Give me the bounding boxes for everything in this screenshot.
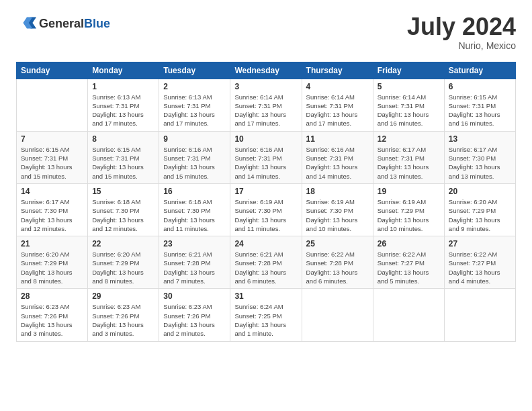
month-title: July 2024 — [407, 13, 516, 40]
day-number: 15 — [92, 187, 154, 196]
logo-blue-text: Blue — [84, 17, 110, 30]
calendar-cell: 12Sunrise: 6:17 AM Sunset: 7:31 PM Dayli… — [373, 131, 444, 183]
calendar-cell — [17, 79, 88, 131]
calendar-cell: 31Sunrise: 6:24 AM Sunset: 7:25 PM Dayli… — [230, 289, 302, 341]
day-detail: Sunrise: 6:19 AM Sunset: 7:30 PM Dayligh… — [306, 197, 369, 233]
day-detail: Sunrise: 6:22 AM Sunset: 7:27 PM Dayligh… — [449, 250, 511, 285]
day-detail: Sunrise: 6:14 AM Sunset: 7:31 PM Dayligh… — [378, 93, 440, 128]
logo-general-text: General — [39, 17, 84, 30]
calendar-cell: 16Sunrise: 6:18 AM Sunset: 7:30 PM Dayli… — [159, 183, 230, 236]
day-number: 16 — [163, 187, 226, 196]
calendar-cell: 22Sunrise: 6:20 AM Sunset: 7:29 PM Dayli… — [88, 236, 159, 289]
day-number: 3 — [234, 82, 297, 91]
title-block: July 2024 Nurio, Mexico — [407, 13, 516, 51]
day-detail: Sunrise: 6:14 AM Sunset: 7:31 PM Dayligh… — [306, 93, 369, 128]
weekday-header: Thursday — [302, 62, 373, 79]
calendar-week-row: 1Sunrise: 6:13 AM Sunset: 7:31 PM Daylig… — [17, 79, 516, 131]
day-number: 20 — [449, 187, 511, 196]
calendar-cell: 8Sunrise: 6:15 AM Sunset: 7:31 PM Daylig… — [88, 131, 159, 183]
day-detail: Sunrise: 6:16 AM Sunset: 7:31 PM Dayligh… — [234, 145, 297, 181]
calendar-cell: 23Sunrise: 6:21 AM Sunset: 7:28 PM Dayli… — [159, 236, 230, 289]
logo-icon — [17, 13, 36, 32]
calendar-cell: 17Sunrise: 6:19 AM Sunset: 7:30 PM Dayli… — [230, 183, 302, 236]
day-detail: Sunrise: 6:21 AM Sunset: 7:28 PM Dayligh… — [234, 250, 297, 285]
day-number: 4 — [306, 82, 369, 91]
calendar-cell: 10Sunrise: 6:16 AM Sunset: 7:31 PM Dayli… — [230, 131, 302, 183]
day-number: 24 — [234, 239, 297, 248]
calendar-cell: 4Sunrise: 6:14 AM Sunset: 7:31 PM Daylig… — [302, 79, 373, 131]
location: Nurio, Mexico — [407, 40, 516, 51]
day-number: 29 — [92, 291, 154, 301]
day-detail: Sunrise: 6:13 AM Sunset: 7:31 PM Dayligh… — [163, 93, 226, 128]
day-number: 12 — [378, 134, 440, 144]
day-detail: Sunrise: 6:17 AM Sunset: 7:30 PM Dayligh… — [449, 145, 511, 181]
calendar-week-row: 21Sunrise: 6:20 AM Sunset: 7:29 PM Dayli… — [17, 236, 516, 289]
calendar-week-row: 7Sunrise: 6:15 AM Sunset: 7:31 PM Daylig… — [17, 131, 516, 183]
calendar-cell: 13Sunrise: 6:17 AM Sunset: 7:30 PM Dayli… — [444, 131, 515, 183]
day-number: 9 — [163, 134, 226, 144]
calendar-cell: 27Sunrise: 6:22 AM Sunset: 7:27 PM Dayli… — [444, 236, 515, 289]
day-detail: Sunrise: 6:23 AM Sunset: 7:26 PM Dayligh… — [21, 302, 83, 338]
day-detail: Sunrise: 6:18 AM Sunset: 7:30 PM Dayligh… — [92, 197, 154, 233]
day-number: 26 — [378, 239, 440, 248]
calendar-cell: 26Sunrise: 6:22 AM Sunset: 7:27 PM Dayli… — [373, 236, 444, 289]
day-number: 17 — [234, 187, 297, 196]
calendar-cell: 11Sunrise: 6:16 AM Sunset: 7:31 PM Dayli… — [302, 131, 373, 183]
day-number: 7 — [21, 134, 83, 144]
calendar-cell: 14Sunrise: 6:17 AM Sunset: 7:30 PM Dayli… — [17, 183, 88, 236]
weekday-header: Wednesday — [230, 62, 302, 79]
day-detail: Sunrise: 6:24 AM Sunset: 7:25 PM Dayligh… — [234, 302, 297, 338]
day-number: 14 — [21, 187, 83, 196]
day-number: 2 — [163, 82, 226, 91]
day-detail: Sunrise: 6:22 AM Sunset: 7:28 PM Dayligh… — [306, 250, 369, 285]
calendar-cell: 19Sunrise: 6:19 AM Sunset: 7:29 PM Dayli… — [373, 183, 444, 236]
day-detail: Sunrise: 6:15 AM Sunset: 7:31 PM Dayligh… — [449, 93, 511, 128]
day-detail: Sunrise: 6:16 AM Sunset: 7:31 PM Dayligh… — [163, 145, 226, 181]
day-number: 25 — [306, 239, 369, 248]
day-number: 23 — [163, 239, 226, 248]
day-number: 18 — [306, 187, 369, 196]
calendar-cell: 20Sunrise: 6:20 AM Sunset: 7:29 PM Dayli… — [444, 183, 515, 236]
day-detail: Sunrise: 6:19 AM Sunset: 7:30 PM Dayligh… — [234, 197, 297, 233]
calendar-cell: 2Sunrise: 6:13 AM Sunset: 7:31 PM Daylig… — [159, 79, 230, 131]
weekday-header: Monday — [88, 62, 159, 79]
calendar-cell: 1Sunrise: 6:13 AM Sunset: 7:31 PM Daylig… — [88, 79, 159, 131]
day-detail: Sunrise: 6:15 AM Sunset: 7:31 PM Dayligh… — [92, 145, 154, 181]
day-number: 21 — [21, 239, 83, 248]
header-row: SundayMondayTuesdayWednesdayThursdayFrid… — [17, 62, 516, 79]
weekday-header: Sunday — [17, 62, 88, 79]
day-detail: Sunrise: 6:16 AM Sunset: 7:31 PM Dayligh… — [306, 145, 369, 181]
calendar-page: GeneralBlue July 2024 Nurio, Mexico Sund… — [0, 0, 532, 353]
calendar-cell: 30Sunrise: 6:23 AM Sunset: 7:26 PM Dayli… — [159, 289, 230, 341]
day-number: 1 — [92, 82, 154, 91]
day-number: 22 — [92, 239, 154, 248]
day-number: 8 — [92, 134, 154, 144]
calendar-cell: 6Sunrise: 6:15 AM Sunset: 7:31 PM Daylig… — [444, 79, 515, 131]
day-detail: Sunrise: 6:23 AM Sunset: 7:26 PM Dayligh… — [92, 302, 154, 338]
day-number: 28 — [21, 291, 83, 301]
day-number: 27 — [449, 239, 511, 248]
day-number: 31 — [234, 291, 297, 301]
day-detail: Sunrise: 6:21 AM Sunset: 7:28 PM Dayligh… — [163, 250, 226, 285]
day-detail: Sunrise: 6:19 AM Sunset: 7:29 PM Dayligh… — [378, 197, 440, 233]
calendar-cell: 9Sunrise: 6:16 AM Sunset: 7:31 PM Daylig… — [159, 131, 230, 183]
weekday-header: Tuesday — [159, 62, 230, 79]
calendar-cell: 7Sunrise: 6:15 AM Sunset: 7:31 PM Daylig… — [17, 131, 88, 183]
header: GeneralBlue July 2024 Nurio, Mexico — [16, 13, 516, 51]
calendar-cell: 29Sunrise: 6:23 AM Sunset: 7:26 PM Dayli… — [88, 289, 159, 341]
calendar-cell: 28Sunrise: 6:23 AM Sunset: 7:26 PM Dayli… — [17, 289, 88, 341]
logo: GeneralBlue — [16, 13, 110, 35]
calendar-cell: 3Sunrise: 6:14 AM Sunset: 7:31 PM Daylig… — [230, 79, 302, 131]
weekday-header: Saturday — [444, 62, 515, 79]
day-number: 19 — [378, 187, 440, 196]
day-detail: Sunrise: 6:20 AM Sunset: 7:29 PM Dayligh… — [92, 250, 154, 285]
calendar-table: SundayMondayTuesdayWednesdayThursdayFrid… — [16, 62, 516, 342]
day-detail: Sunrise: 6:13 AM Sunset: 7:31 PM Dayligh… — [92, 93, 154, 128]
day-number: 11 — [306, 134, 369, 144]
calendar-cell: 15Sunrise: 6:18 AM Sunset: 7:30 PM Dayli… — [88, 183, 159, 236]
day-detail: Sunrise: 6:14 AM Sunset: 7:31 PM Dayligh… — [234, 93, 297, 128]
day-number: 30 — [163, 291, 226, 301]
day-number: 5 — [378, 82, 440, 91]
day-detail: Sunrise: 6:23 AM Sunset: 7:26 PM Dayligh… — [163, 302, 226, 338]
calendar-cell: 5Sunrise: 6:14 AM Sunset: 7:31 PM Daylig… — [373, 79, 444, 131]
